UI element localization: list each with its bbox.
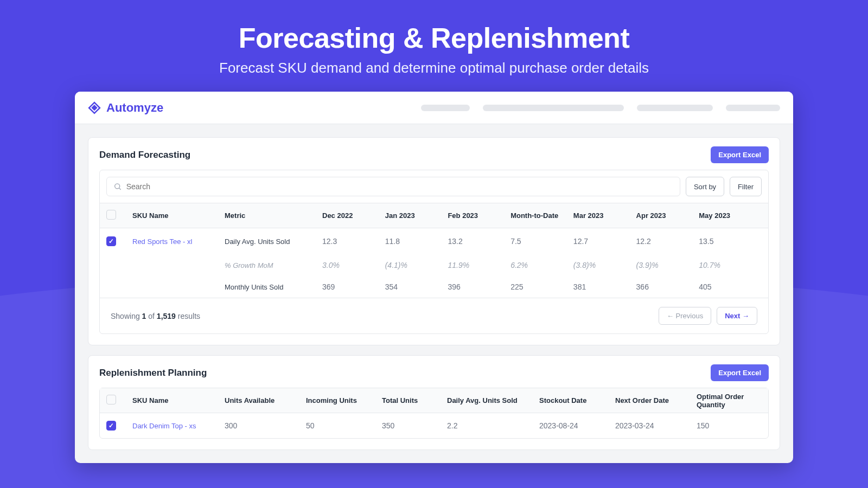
nav-placeholders — [421, 105, 780, 111]
forecasting-header-row: SKU Name Metric Dec 2022 Jan 2023 Feb 20… — [100, 203, 768, 228]
cell: 13.2 — [448, 237, 510, 246]
cell: 10.7% — [699, 261, 762, 269]
hero-banner: Forecasting & Replenishment Forecast SKU… — [0, 0, 868, 92]
col-metric: Metric — [225, 211, 322, 220]
cell: 2.2 — [447, 421, 539, 430]
col-avail: Units Available — [225, 396, 306, 404]
table-toolbar: Sort by Filter — [100, 170, 768, 203]
search-input[interactable] — [126, 182, 673, 191]
cell: 366 — [636, 282, 699, 291]
cell: 354 — [385, 282, 448, 291]
col-mtd: Month-to-Date — [510, 211, 573, 220]
col-apr: Apr 2023 — [636, 211, 699, 220]
replenishment-panel: Replenishment Planning Export Excel SKU … — [88, 355, 780, 450]
metric-label: % Growth MoM — [225, 261, 322, 269]
cell: 11.9% — [448, 261, 510, 269]
cell: 6.2% — [510, 261, 573, 269]
forecasting-panel: Demand Forecasting Export Excel Sort by … — [88, 137, 780, 345]
nav-placeholder — [483, 105, 624, 111]
pagination: Showing 1 of 1,519 results ← Previous Ne… — [100, 298, 768, 333]
col-daily: Daily Avg. Units Sold — [447, 396, 539, 404]
topbar: Automyze — [75, 92, 793, 124]
result-count: Showing 1 of 1,519 results — [111, 312, 200, 320]
select-all-checkbox[interactable] — [106, 210, 116, 220]
cell: (3.8)% — [573, 261, 636, 269]
previous-button[interactable]: ← Previous — [659, 307, 711, 325]
hero-title: Forecasting & Replenishment — [0, 22, 868, 54]
replenishment-table: SKU Name Units Available Incoming Units … — [99, 388, 769, 439]
table-row: % Growth MoM 3.0% (4.1)% 11.9% 6.2% (3.8… — [100, 254, 768, 276]
replenishment-header-row: SKU Name Units Available Incoming Units … — [100, 388, 768, 413]
brand-logo[interactable]: Automyze — [88, 101, 163, 115]
cell: (4.1)% — [385, 261, 448, 269]
cell: 150 — [697, 421, 762, 430]
next-button[interactable]: Next → — [717, 307, 757, 325]
table-row: Red Sports Tee - xl Daily Avg. Units Sol… — [100, 228, 768, 254]
search-icon — [113, 182, 122, 191]
cell: 2023-03-24 — [615, 421, 697, 430]
row-checkbox[interactable] — [106, 421, 116, 431]
cell: 369 — [322, 282, 385, 291]
cell: 396 — [448, 282, 510, 291]
sku-link[interactable]: Dark Denim Top - xs — [132, 422, 225, 430]
sku-link[interactable]: Red Sports Tee - xl — [132, 237, 225, 246]
col-nextorder: Next Order Date — [615, 396, 697, 404]
col-total: Total Units — [382, 396, 447, 404]
cell: 12.3 — [322, 237, 385, 246]
replenishment-title: Replenishment Planning — [99, 368, 207, 378]
col-incoming: Incoming Units — [306, 396, 382, 404]
select-all-checkbox[interactable] — [106, 395, 116, 404]
cell: 11.8 — [385, 237, 448, 246]
col-feb: Feb 2023 — [448, 211, 510, 220]
forecasting-title: Demand Forecasting — [99, 150, 190, 160]
metric-label: Daily Avg. Units Sold — [225, 237, 322, 246]
cell: 13.5 — [699, 237, 762, 246]
table-row: Dark Denim Top - xs 300 50 350 2.2 2023-… — [100, 413, 768, 438]
diamond-icon — [88, 101, 101, 114]
metric-label: Monthly Units Sold — [225, 283, 322, 291]
app-window: Automyze Demand Forecasting Export Excel — [75, 92, 793, 463]
forecasting-table: Sort by Filter SKU Name Metric Dec 2022 … — [99, 170, 769, 334]
cell: 7.5 — [510, 237, 573, 246]
col-sku: SKU Name — [132, 396, 225, 404]
nav-placeholder — [637, 105, 713, 111]
col-mar: Mar 2023 — [573, 211, 636, 220]
cell: 12.7 — [573, 237, 636, 246]
filter-button[interactable]: Filter — [730, 177, 762, 196]
cell: 50 — [306, 421, 382, 430]
cell: 300 — [225, 421, 306, 430]
sort-button[interactable]: Sort by — [686, 177, 724, 196]
hero-subtitle: Forecast SKU demand and determine optima… — [0, 60, 868, 76]
col-dec: Dec 2022 — [322, 211, 385, 220]
cell: 225 — [510, 282, 573, 291]
search-input-wrap[interactable] — [106, 177, 680, 196]
cell: 350 — [382, 421, 447, 430]
nav-placeholder — [726, 105, 780, 111]
table-row: Monthly Units Sold 369 354 396 225 381 3… — [100, 276, 768, 298]
svg-line-3 — [119, 188, 121, 190]
cell: 381 — [573, 282, 636, 291]
svg-point-2 — [115, 184, 120, 189]
col-optimal: Optimal Order Quantity — [697, 393, 762, 409]
row-checkbox[interactable] — [106, 236, 116, 246]
cell: 2023-08-24 — [539, 421, 615, 430]
cell: 3.0% — [322, 261, 385, 269]
cell: 12.2 — [636, 237, 699, 246]
col-sku: SKU Name — [132, 211, 225, 220]
export-excel-button[interactable]: Export Excel — [711, 364, 769, 381]
col-jan: Jan 2023 — [385, 211, 448, 220]
brand-name: Automyze — [106, 101, 163, 115]
col-may: May 2023 — [699, 211, 762, 220]
cell: (3.9)% — [636, 261, 699, 269]
col-stockout: Stockout Date — [539, 396, 615, 404]
cell: 405 — [699, 282, 762, 291]
export-excel-button[interactable]: Export Excel — [711, 146, 769, 163]
nav-placeholder — [421, 105, 470, 111]
